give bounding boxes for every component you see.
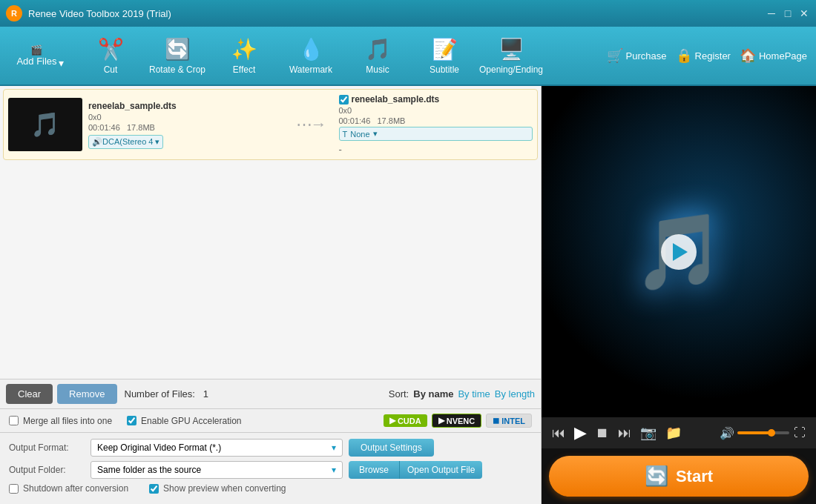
output-format-value: Keep Original Video Format (*.) bbox=[97, 442, 221, 453]
output-format-row: Output Format: Keep Original Video Forma… bbox=[9, 439, 532, 457]
output-format-select[interactable]: Keep Original Video Format (*.) ▾ bbox=[91, 439, 343, 457]
number-of-files-label: Number of Files: bbox=[125, 388, 195, 399]
play-pause-button[interactable]: ▶ bbox=[570, 422, 591, 444]
toolbar-rotate-crop[interactable]: 🔄 Rotate & Crop bbox=[144, 29, 211, 82]
screenshot-button[interactable]: 📷 bbox=[636, 423, 661, 442]
start-icon: 🔄 bbox=[645, 465, 668, 488]
gpu-label: Enable GPU Acceleration bbox=[141, 416, 241, 426]
rotate-crop-label: Rotate & Crop bbox=[149, 64, 205, 75]
fullscreen-button[interactable]: ⛶ bbox=[789, 425, 810, 441]
add-files-label: Add Files bbox=[16, 56, 56, 67]
toolbar-effect[interactable]: ✨ Effect bbox=[211, 29, 277, 82]
output-dash: - bbox=[339, 144, 533, 155]
title-bar: R Renee Video Toolbox 2019 (Trial) ─ □ ✕ bbox=[0, 0, 816, 27]
music-note-icon: 🎵 bbox=[30, 110, 60, 139]
merge-checkbox-row[interactable]: Merge all files into one bbox=[9, 416, 112, 426]
opening-ending-icon: 🖥️ bbox=[499, 37, 524, 62]
output-settings-button[interactable]: Output Settings bbox=[349, 439, 434, 457]
output-checkbox[interactable] bbox=[339, 95, 349, 105]
purchase-label: Purchase bbox=[626, 50, 667, 62]
gpu-checkbox-row[interactable]: Enable GPU Acceleration bbox=[127, 416, 241, 426]
maximize-button[interactable]: □ bbox=[782, 7, 794, 19]
output-duration-size: 00:01:46 17.8MB bbox=[339, 116, 533, 125]
sort-label: Sort: bbox=[389, 388, 409, 399]
shutdown-checkbox-row[interactable]: Shutdown after conversion bbox=[9, 483, 128, 494]
gpu-badges: ▶ CUDA ▶ NVENC ◼ INTEL bbox=[384, 414, 532, 428]
cuda-icon: ▶ bbox=[389, 416, 395, 425]
output-duration: 00:01:46 bbox=[339, 116, 371, 125]
output-folder-row: Output Folder: Same folder as the source… bbox=[9, 461, 532, 479]
intel-badge[interactable]: ◼ INTEL bbox=[486, 414, 532, 428]
toolbar-opening-ending[interactable]: 🖥️ Opening/Ending bbox=[478, 29, 544, 82]
toolbar-music[interactable]: 🎵 Music bbox=[344, 29, 411, 82]
preview-checkbox-row[interactable]: Show preview when converting bbox=[149, 483, 286, 494]
volume-icon: 🔊 bbox=[720, 426, 734, 440]
register-button[interactable]: 🔒 Register bbox=[676, 47, 731, 64]
audio-track-select[interactable]: 🔊 DCA(Stereo 4 ▾ bbox=[88, 135, 163, 149]
toolbar-subtitle[interactable]: 📝 Subtitle bbox=[411, 29, 478, 82]
source-size: 17.8MB bbox=[127, 123, 155, 132]
remove-button[interactable]: Remove bbox=[57, 384, 116, 404]
toolbar-add-files[interactable]: 🎬 Add Files ▾ bbox=[3, 29, 77, 82]
right-panel: 🎵 ⏮ ▶ ⏹ ⏭ 📷 📁 🔊 ⛶ bbox=[542, 86, 816, 504]
purchase-button[interactable]: 🛒 Purchase bbox=[607, 47, 667, 64]
intel-label: INTEL bbox=[501, 417, 525, 425]
add-files-dropdown-arrow[interactable]: ▾ bbox=[59, 57, 64, 69]
main-content: 🎵 reneelab_sample.dts 0x0 00:01:46 17.8M… bbox=[0, 86, 816, 504]
nvenc-label: NVENC bbox=[447, 417, 476, 425]
subtitle-text-icon: T bbox=[343, 130, 348, 139]
app-title: Renee Video Toolbox 2019 (Trial) bbox=[28, 8, 766, 19]
output-format-label: Output Format: bbox=[9, 442, 91, 453]
format-dropdown-arrow: ▾ bbox=[332, 442, 336, 453]
minimize-button[interactable]: ─ bbox=[766, 7, 777, 19]
open-output-button[interactable]: Open Output File bbox=[400, 461, 482, 479]
start-button[interactable]: 🔄 Start bbox=[549, 456, 809, 497]
subtitle-icon: 📝 bbox=[432, 37, 458, 62]
toolbar-watermark[interactable]: 💧 Watermark bbox=[277, 29, 344, 82]
nvenc-icon: ▶ bbox=[438, 416, 444, 425]
skip-forward-button[interactable]: ⏭ bbox=[613, 424, 636, 442]
homepage-icon: 🏠 bbox=[740, 47, 756, 64]
toolbar-cut[interactable]: ✂️ Cut bbox=[77, 29, 144, 82]
preview-checkbox[interactable] bbox=[149, 484, 159, 494]
stop-button[interactable]: ⏹ bbox=[591, 424, 613, 442]
arrow-icon: ⋯→ bbox=[296, 115, 326, 134]
output-folder-select[interactable]: Same folder as the source ▾ bbox=[91, 461, 343, 479]
table-row: 🎵 reneelab_sample.dts 0x0 00:01:46 17.8M… bbox=[3, 89, 538, 160]
play-button[interactable] bbox=[661, 234, 697, 270]
homepage-button[interactable]: 🏠 HomePage bbox=[740, 47, 807, 64]
sort-by-length[interactable]: By length bbox=[495, 388, 535, 399]
sort-by-time[interactable]: By time bbox=[458, 388, 490, 399]
shutdown-checkbox[interactable] bbox=[9, 484, 19, 494]
gpu-checkbox[interactable] bbox=[127, 416, 136, 425]
output-filename-row: reneelab_sample.dts bbox=[339, 94, 533, 105]
sort-by-name[interactable]: By name bbox=[413, 388, 453, 399]
source-file-info: reneelab_sample.dts 0x0 00:01:46 17.8MB … bbox=[88, 101, 283, 149]
left-panel: 🎵 reneelab_sample.dts 0x0 00:01:46 17.8M… bbox=[0, 86, 542, 504]
opening-ending-label: Opening/Ending bbox=[479, 64, 543, 75]
output-folder-label: Output Folder: bbox=[9, 465, 91, 475]
cuda-badge[interactable]: ▶ CUDA bbox=[384, 414, 427, 427]
folder-dropdown-arrow: ▾ bbox=[332, 465, 336, 475]
subtitle-select[interactable]: T None ▾ bbox=[339, 127, 533, 141]
purchase-icon: 🛒 bbox=[607, 47, 623, 64]
volume-slider[interactable] bbox=[737, 431, 789, 434]
watermark-label: Watermark bbox=[289, 64, 332, 75]
music-preview-wrapper: 🎵 bbox=[542, 86, 816, 417]
effect-label: Effect bbox=[233, 64, 255, 75]
folder-button[interactable]: 📁 bbox=[661, 423, 686, 442]
source-filename: reneelab_sample.dts bbox=[88, 101, 283, 111]
close-button[interactable]: ✕ bbox=[798, 7, 810, 19]
nvenc-badge[interactable]: ▶ NVENC bbox=[432, 414, 482, 428]
audio-track-label: DCA(Stereo 4 bbox=[102, 137, 153, 146]
preview-area: 🎵 bbox=[542, 86, 816, 417]
subtitle-label: Subtitle bbox=[430, 64, 459, 75]
browse-button[interactable]: Browse bbox=[349, 461, 400, 479]
merge-checkbox[interactable] bbox=[9, 416, 19, 425]
skip-back-button[interactable]: ⏮ bbox=[547, 424, 570, 442]
clear-button[interactable]: Clear bbox=[6, 384, 53, 404]
output-filename: reneelab_sample.dts bbox=[352, 94, 440, 105]
source-duration: 00:01:46 bbox=[88, 123, 120, 132]
top-checkboxes-row: Merge all files into one Enable GPU Acce… bbox=[0, 408, 541, 432]
effect-icon: ✨ bbox=[231, 37, 257, 62]
